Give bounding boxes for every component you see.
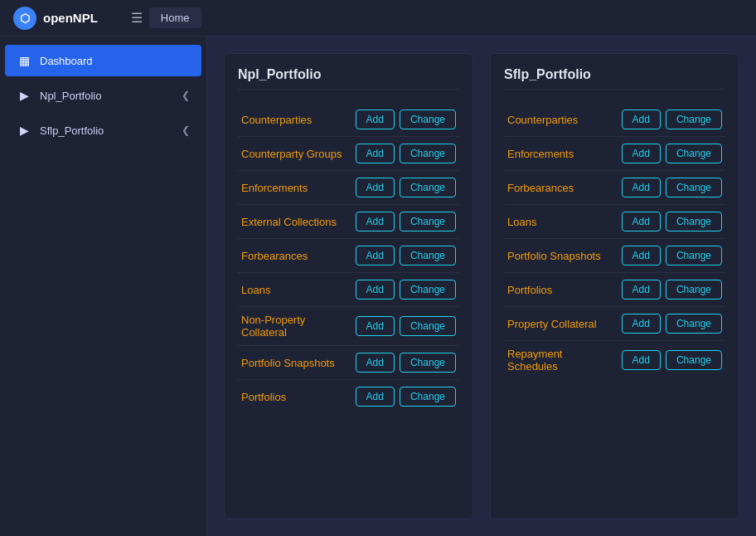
model-actions: AddChange: [622, 314, 722, 334]
change-button[interactable]: Change: [400, 110, 456, 129]
change-button[interactable]: Change: [400, 353, 456, 373]
sidebar-item-label: Dashboard: [40, 55, 190, 67]
add-button[interactable]: Add: [356, 246, 395, 266]
model-name: Forbearances: [241, 250, 347, 262]
table-row: ForbearancesAddChange: [238, 239, 459, 273]
model-name: Property Collateral: [507, 318, 613, 330]
add-button[interactable]: Add: [622, 178, 661, 197]
sflp-portfolio-panel: Sflp_Portfolio CounterpartiesAddChangeEn…: [490, 53, 739, 519]
add-button[interactable]: Add: [622, 246, 661, 266]
add-button[interactable]: Add: [356, 212, 395, 231]
chevron-icon: ❮: [182, 90, 190, 101]
sidebar-item-sflp-portfolio[interactable]: ▶ Sflp_Portfolio ❮: [5, 115, 201, 146]
table-row: External CollectionsAddChange: [238, 205, 459, 239]
change-button[interactable]: Change: [400, 144, 456, 163]
add-button[interactable]: Add: [356, 144, 395, 163]
table-row: Portfolio SnapshotsAddChange: [238, 346, 459, 380]
change-button[interactable]: Change: [666, 212, 722, 231]
menu-icon[interactable]: ☰: [131, 10, 143, 26]
content-area: Npl_Portfolio CounterpartiesAddChangeCou…: [207, 37, 756, 536]
model-name: External Collections: [241, 216, 347, 228]
model-name: Portfolios: [507, 284, 613, 296]
model-actions: AddChange: [356, 178, 456, 197]
change-button[interactable]: Change: [400, 178, 456, 197]
sidebar-npl-label: Npl_Portfolio: [40, 90, 173, 102]
model-name: Counterparties: [241, 114, 347, 126]
add-button[interactable]: Add: [622, 110, 661, 129]
add-button[interactable]: Add: [356, 280, 395, 300]
change-button[interactable]: Change: [400, 387, 456, 407]
table-row: Property CollateralAddChange: [504, 307, 725, 341]
sidebar-item-dashboard[interactable]: ▦ Dashboard: [5, 45, 201, 76]
model-actions: AddChange: [622, 144, 722, 163]
add-button[interactable]: Add: [622, 314, 661, 334]
npl-portfolio-title: Npl_Portfolio: [238, 67, 459, 90]
add-button[interactable]: Add: [622, 144, 661, 163]
model-actions: AddChange: [356, 353, 456, 373]
model-name: Counterparties: [507, 114, 613, 126]
change-button[interactable]: Change: [666, 110, 722, 129]
model-name: Enforcements: [241, 182, 347, 194]
sflp-models-list: CounterpartiesAddChangeEnforcementsAddCh…: [504, 103, 725, 379]
change-button[interactable]: Change: [666, 314, 722, 334]
table-row: EnforcementsAddChange: [238, 171, 459, 205]
change-button[interactable]: Change: [666, 178, 722, 197]
model-name: Portfolio Snapshots: [241, 357, 347, 369]
table-row: Repayment SchedulesAddChange: [504, 341, 725, 379]
model-actions: AddChange: [356, 110, 456, 129]
model-name: Portfolio Snapshots: [507, 250, 613, 262]
change-button[interactable]: Change: [666, 350, 722, 370]
app-title: openNPL: [43, 11, 98, 25]
table-row: LoansAddChange: [238, 273, 459, 307]
table-row: ForbearancesAddChange: [504, 171, 725, 205]
add-button[interactable]: Add: [622, 350, 661, 370]
model-name: Counterparty Groups: [241, 148, 347, 160]
add-button[interactable]: Add: [356, 316, 395, 336]
topbar-nav: ☰ Home: [131, 7, 201, 28]
change-button[interactable]: Change: [400, 212, 456, 231]
topbar: ⬡ openNPL ☰ Home: [0, 0, 756, 37]
chevron-icon-2: ❮: [182, 124, 190, 136]
table-row: Non-Property CollateralAddChange: [238, 307, 459, 346]
table-row: PortfoliosAddChange: [504, 273, 725, 307]
model-actions: AddChange: [622, 246, 722, 266]
change-button[interactable]: Change: [400, 246, 456, 266]
model-actions: AddChange: [356, 246, 456, 266]
add-button[interactable]: Add: [622, 280, 661, 300]
model-actions: AddChange: [622, 350, 722, 370]
table-row: Portfolio SnapshotsAddChange: [504, 239, 725, 273]
change-button[interactable]: Change: [666, 144, 722, 163]
add-button[interactable]: Add: [356, 387, 395, 407]
model-name: Repayment Schedules: [507, 348, 613, 373]
sflp-portfolio-title: Sflp_Portfolio: [504, 67, 725, 90]
table-row: EnforcementsAddChange: [504, 137, 725, 171]
model-actions: AddChange: [356, 144, 456, 163]
sidebar-sflp-label: Sflp_Portfolio: [40, 124, 173, 137]
model-actions: AddChange: [356, 387, 456, 407]
dashboard-icon: ▦: [17, 53, 32, 68]
change-button[interactable]: Change: [666, 246, 722, 266]
model-name: Loans: [507, 216, 613, 228]
sidebar-item-npl-portfolio[interactable]: ▶ Npl_Portfolio ❮: [5, 80, 201, 111]
add-button[interactable]: Add: [356, 110, 395, 129]
model-actions: AddChange: [356, 280, 456, 300]
model-actions: AddChange: [356, 212, 456, 231]
model-name: Loans: [241, 284, 347, 296]
add-button[interactable]: Add: [356, 353, 395, 373]
change-button[interactable]: Change: [666, 280, 722, 300]
home-button[interactable]: Home: [149, 7, 201, 28]
model-actions: AddChange: [622, 178, 722, 197]
table-row: CounterpartiesAddChange: [238, 103, 459, 137]
add-button[interactable]: Add: [622, 212, 661, 231]
model-actions: AddChange: [622, 110, 722, 129]
model-actions: AddChange: [622, 280, 722, 300]
table-row: Counterparty GroupsAddChange: [238, 137, 459, 171]
change-button[interactable]: Change: [400, 316, 456, 336]
model-name: Forbearances: [507, 182, 613, 194]
add-button[interactable]: Add: [356, 178, 395, 197]
table-row: LoansAddChange: [504, 205, 725, 239]
model-name: Enforcements: [507, 148, 613, 160]
change-button[interactable]: Change: [400, 280, 456, 300]
table-row: PortfoliosAddChange: [238, 380, 459, 413]
model-name: Portfolios: [241, 391, 347, 403]
